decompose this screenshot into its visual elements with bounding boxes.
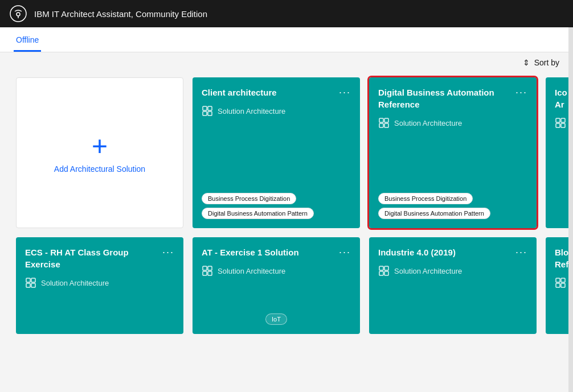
svg-rect-2 bbox=[203, 106, 207, 110]
svg-rect-17 bbox=[31, 283, 35, 287]
type-label: Solution Architecture bbox=[41, 279, 109, 287]
svg-rect-7 bbox=[384, 118, 388, 122]
add-solution-card[interactable]: + Add Architectural Solution bbox=[16, 77, 183, 228]
type-label: Solution Architecture bbox=[218, 107, 285, 115]
svg-rect-8 bbox=[379, 123, 383, 127]
ecs-rh-card[interactable]: ECS - RH AT Class Group Exercise ··· Sol… bbox=[16, 237, 183, 334]
app-title: IBM IT Architect Assistant, Community Ed… bbox=[34, 9, 207, 19]
svg-rect-5 bbox=[208, 112, 212, 115]
card-title: AT - Exercise 1 Solution bbox=[202, 246, 334, 258]
card-header: ECS - RH AT Class Group Exercise ··· bbox=[25, 246, 174, 270]
solution-arch-icon bbox=[378, 117, 390, 129]
top-grid: + Add Architectural Solution Client arch… bbox=[0, 73, 573, 233]
svg-rect-29 bbox=[561, 283, 565, 287]
svg-rect-18 bbox=[203, 266, 207, 270]
type-label: Solution Architecture bbox=[394, 119, 462, 127]
svg-rect-25 bbox=[384, 271, 388, 275]
digital-business-automation-card[interactable]: Digital Business Automation Reference ··… bbox=[369, 77, 537, 228]
card-header: Industrie 4.0 (2019) ··· bbox=[378, 246, 527, 258]
solution-arch-icon bbox=[202, 105, 213, 117]
solution-arch-icon bbox=[378, 265, 390, 277]
svg-rect-24 bbox=[379, 271, 383, 275]
type-label: Solution Architecture bbox=[394, 267, 462, 275]
app-wrapper: IBM IT Architect Assistant, Community Ed… bbox=[0, 0, 573, 392]
solution-arch-icon bbox=[555, 117, 566, 129]
sort-label[interactable]: Sort by bbox=[534, 58, 559, 67]
card-menu-button[interactable]: ··· bbox=[515, 246, 527, 258]
solution-arch-icon bbox=[202, 265, 213, 277]
svg-point-0 bbox=[10, 6, 26, 22]
card-title: Client architecture bbox=[202, 86, 334, 98]
svg-rect-20 bbox=[203, 271, 207, 275]
card-header: AT - Exercise 1 Solution ··· bbox=[202, 246, 351, 258]
industrie-40-card[interactable]: Industrie 4.0 (2019) ··· Solution Archit… bbox=[369, 237, 537, 334]
card-type: Solution Architecture bbox=[202, 265, 351, 277]
client-architecture-card[interactable]: Client architecture ··· Solution Archite… bbox=[193, 77, 360, 228]
svg-rect-6 bbox=[379, 118, 383, 122]
svg-rect-4 bbox=[203, 112, 207, 115]
svg-rect-3 bbox=[208, 106, 212, 110]
tag-1: Business Process Digitization bbox=[202, 193, 296, 204]
add-solution-label: Add Architectural Solution bbox=[54, 164, 145, 174]
svg-rect-14 bbox=[26, 278, 30, 282]
svg-rect-28 bbox=[556, 283, 560, 287]
add-plus-icon: + bbox=[92, 133, 108, 160]
svg-rect-21 bbox=[208, 271, 212, 275]
svg-rect-19 bbox=[208, 266, 212, 270]
card-menu-button[interactable]: ··· bbox=[162, 246, 174, 258]
card-title: Digital Business Automation Reference bbox=[378, 86, 511, 110]
tabbar: Offline bbox=[0, 27, 573, 52]
at-exercise-card[interactable]: AT - Exercise 1 Solution ··· Solution Ar… bbox=[193, 237, 360, 334]
card-menu-button[interactable]: ··· bbox=[339, 86, 351, 98]
scrollbar[interactable] bbox=[568, 27, 573, 392]
card-type: Solution Architecture bbox=[25, 277, 174, 288]
svg-rect-12 bbox=[556, 123, 560, 127]
sort-icon: ⇕ bbox=[523, 58, 530, 67]
card-type: Solution Architecture bbox=[202, 105, 351, 117]
iot-tag: IoT bbox=[265, 313, 287, 325]
svg-point-1 bbox=[17, 13, 20, 16]
card-menu-button[interactable]: ··· bbox=[339, 246, 351, 258]
card-tags: Business Process Digitization Digital Bu… bbox=[378, 193, 527, 219]
card-menu-button[interactable]: ··· bbox=[515, 86, 527, 98]
tag-2: Digital Business Automation Pattern bbox=[202, 208, 314, 219]
type-label: Solution Architecture bbox=[218, 267, 285, 275]
card-title: Industrie 4.0 (2019) bbox=[378, 246, 511, 258]
svg-rect-16 bbox=[26, 283, 30, 287]
svg-rect-27 bbox=[561, 278, 565, 282]
ibm-logo-icon bbox=[9, 5, 27, 23]
svg-rect-15 bbox=[31, 278, 35, 282]
card-type: Solution Architecture bbox=[378, 117, 527, 129]
card-title: ECS - RH AT Class Group Exercise bbox=[25, 246, 158, 270]
tag-2: Digital Business Automation Pattern bbox=[378, 208, 490, 219]
svg-rect-26 bbox=[556, 278, 560, 282]
svg-rect-23 bbox=[384, 266, 388, 270]
svg-rect-13 bbox=[561, 123, 565, 127]
bottom-grid: ECS - RH AT Class Group Exercise ··· Sol… bbox=[0, 233, 573, 339]
svg-rect-22 bbox=[379, 266, 383, 270]
header: IBM IT Architect Assistant, Community Ed… bbox=[0, 0, 573, 27]
svg-rect-9 bbox=[384, 123, 388, 127]
card-header: Digital Business Automation Reference ··… bbox=[378, 86, 527, 110]
tag-1: Business Process Digitization bbox=[378, 193, 473, 204]
card-header: Client architecture ··· bbox=[202, 86, 351, 98]
tab-offline[interactable]: Offline bbox=[14, 30, 41, 52]
solution-arch-icon bbox=[25, 277, 36, 288]
svg-rect-10 bbox=[556, 118, 560, 122]
toolbar: ⇕ Sort by bbox=[0, 52, 573, 73]
card-type: Solution Architecture bbox=[378, 265, 527, 277]
svg-rect-11 bbox=[561, 118, 565, 122]
card-tags: Business Process Digitization Digital Bu… bbox=[202, 193, 351, 219]
solution-arch-icon bbox=[555, 277, 566, 288]
